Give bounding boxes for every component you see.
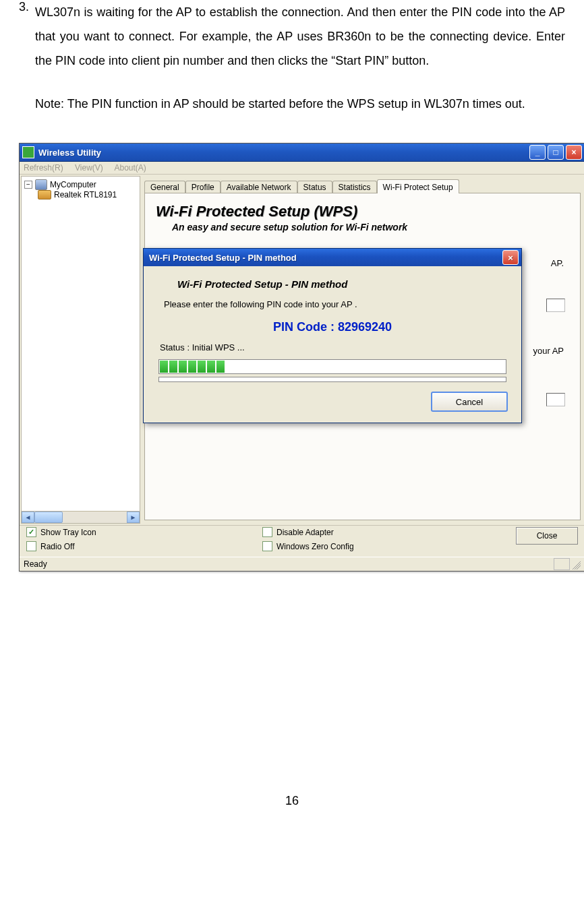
collapse-icon[interactable]: − (24, 181, 32, 189)
device-tree: − MyComputer Realtek RTL8191 ◄ ► (21, 176, 140, 524)
pin-code: PIN Code : 82969240 (157, 320, 508, 334)
maximize-button[interactable]: □ (548, 145, 564, 160)
dialog-title: Wi-Fi Protected Setup - PIN method (149, 253, 297, 263)
wps-title: Wi-Fi Protected Setup (WPS) (156, 203, 569, 220)
check-show-tray[interactable]: ✓ Show Tray Icon (26, 527, 262, 537)
status-bar: Ready (20, 557, 584, 571)
check-label: Radio Off (40, 542, 74, 551)
menu-bar: Refresh(R) View(V) About(A) (20, 162, 584, 175)
menu-about[interactable]: About(A) (115, 163, 146, 173)
status-box (554, 558, 570, 570)
computer-icon (35, 179, 47, 190)
adapter-icon (38, 190, 51, 199)
dialog-title-bar: Wi-Fi Protected Setup - PIN method × (144, 249, 521, 266)
minimize-button[interactable]: _ (529, 145, 546, 160)
cancel-button[interactable]: Cancel (431, 392, 508, 412)
resize-grip-icon[interactable] (570, 559, 581, 569)
scroll-right-icon[interactable]: ► (127, 512, 140, 523)
tab-wifi-protect-setup[interactable]: Wi-Fi Protect Setup (377, 179, 459, 193)
check-label: Disable Adapter (276, 528, 334, 537)
tree-root[interactable]: − MyComputer (24, 179, 137, 190)
step-text: WL307n is waiting for the AP to establis… (35, 0, 565, 73)
tab-strip: General Profile Available Network Status… (144, 177, 581, 193)
tree-scrollbar[interactable]: ◄ ► (22, 511, 140, 523)
menu-refresh[interactable]: Refresh(R) (24, 163, 63, 173)
app-window: Wireless Utility _ □ × Refresh(R) View(V… (19, 143, 584, 572)
tab-profile[interactable]: Profile (185, 181, 221, 193)
page-number: 16 (19, 794, 565, 808)
checkbox-icon[interactable] (26, 541, 36, 551)
check-label: Show Tray Icon (40, 528, 96, 537)
dialog-heading: Wi-Fi Protected Setup - PIN method (177, 278, 508, 290)
tree-child[interactable]: Realtek RTL8191 (24, 190, 137, 199)
background-text-your-ap: your AP (533, 346, 564, 356)
dialog-status: Status : Initial WPS ... (160, 342, 508, 352)
progress-track (158, 377, 506, 382)
tab-statistics[interactable]: Statistics (332, 181, 377, 193)
background-input-2 (546, 393, 565, 406)
checkbox-icon[interactable]: ✓ (26, 527, 36, 537)
status-text: Ready (24, 559, 47, 569)
checkbox-icon[interactable] (262, 541, 272, 551)
note-text: Note: The PIN function in AP should be s… (35, 92, 565, 116)
check-disable-adapter[interactable]: Disable Adapter (262, 527, 354, 537)
close-window-button[interactable]: × (566, 145, 582, 160)
tree-root-label: MyComputer (50, 180, 96, 189)
dialog-close-button[interactable]: × (502, 250, 519, 265)
title-bar: Wireless Utility _ □ × (20, 144, 584, 162)
check-zero-config[interactable]: Windows Zero Config (262, 541, 354, 551)
window-title: Wireless Utility (38, 148, 529, 158)
tab-status[interactable]: Status (297, 181, 332, 193)
background-text-ap: AP. (551, 258, 564, 268)
checkbox-icon[interactable] (262, 527, 272, 537)
app-icon (22, 146, 34, 158)
dialog-instruction: Please enter the following PIN code into… (164, 299, 508, 309)
menu-view[interactable]: View(V) (75, 163, 103, 173)
wps-subtitle: An easy and secure setup solution for Wi… (172, 222, 569, 233)
scroll-left-icon[interactable]: ◄ (22, 512, 34, 523)
tab-available-network[interactable]: Available Network (221, 181, 297, 193)
close-button[interactable]: Close (516, 527, 578, 545)
tab-general[interactable]: General (144, 181, 185, 193)
check-label: Windows Zero Config (276, 542, 354, 551)
pin-dialog: Wi-Fi Protected Setup - PIN method × Wi-… (143, 248, 522, 423)
progress-bar (158, 359, 506, 374)
scroll-thumb[interactable] (34, 512, 63, 523)
check-radio-off[interactable]: Radio Off (26, 541, 262, 551)
background-input-1 (546, 299, 565, 312)
bottom-bar: ✓ Show Tray Icon Radio Off Disable Adapt… (20, 525, 584, 557)
tree-child-label: Realtek RTL8191 (54, 190, 117, 199)
step-number: 3. (19, 0, 35, 73)
